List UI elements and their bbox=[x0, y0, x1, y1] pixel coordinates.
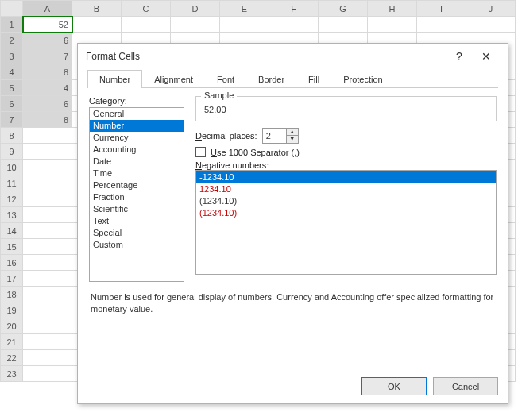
row-header[interactable]: 17 bbox=[1, 271, 23, 287]
cell[interactable] bbox=[23, 191, 72, 207]
tab-border[interactable]: Border bbox=[246, 70, 296, 88]
category-item[interactable]: Fraction bbox=[90, 191, 184, 203]
row-header[interactable]: 13 bbox=[1, 207, 23, 223]
category-item[interactable]: Time bbox=[90, 168, 184, 179]
cell[interactable] bbox=[417, 17, 466, 33]
cell[interactable] bbox=[23, 223, 72, 239]
row-header[interactable]: 8 bbox=[1, 128, 23, 144]
category-item[interactable]: Number bbox=[90, 120, 184, 132]
cell[interactable] bbox=[23, 144, 72, 160]
titlebar: Format Cells ? ✕ bbox=[78, 44, 508, 69]
row-header[interactable]: 5 bbox=[1, 80, 23, 96]
close-icon[interactable]: ✕ bbox=[473, 50, 500, 63]
cell[interactable] bbox=[319, 17, 368, 33]
cell[interactable] bbox=[72, 17, 122, 33]
spin-down-icon[interactable]: ▼ bbox=[287, 136, 298, 143]
cell[interactable]: 6 bbox=[23, 96, 72, 112]
row-header[interactable]: 1 bbox=[1, 17, 23, 33]
row-header[interactable]: 2 bbox=[1, 33, 23, 48]
column-header[interactable]: H bbox=[368, 1, 417, 17]
negative-option[interactable]: 1234.10 bbox=[196, 183, 496, 195]
column-header[interactable]: E bbox=[220, 1, 269, 17]
tab-alignment[interactable]: Alignment bbox=[142, 70, 205, 88]
category-item[interactable]: Currency bbox=[90, 132, 184, 144]
cell[interactable] bbox=[23, 128, 72, 144]
thousand-separator-label: Use 1000 Separator (,) bbox=[211, 148, 300, 157]
category-item[interactable]: Special bbox=[90, 227, 184, 239]
column-header[interactable]: I bbox=[417, 1, 466, 17]
row-header[interactable]: 23 bbox=[1, 366, 23, 382]
row-header[interactable]: 16 bbox=[1, 255, 23, 271]
cell[interactable] bbox=[23, 271, 72, 287]
row-header[interactable]: 18 bbox=[1, 287, 23, 302]
row-header[interactable]: 14 bbox=[1, 223, 23, 239]
cell[interactable] bbox=[122, 17, 171, 33]
tab-protection[interactable]: Protection bbox=[331, 70, 395, 88]
cell[interactable] bbox=[23, 287, 72, 302]
category-item[interactable]: Custom bbox=[90, 239, 184, 251]
cell[interactable]: 4 bbox=[23, 80, 72, 96]
cell[interactable] bbox=[23, 302, 72, 318]
column-header[interactable]: F bbox=[269, 1, 319, 17]
tab-font[interactable]: Font bbox=[205, 70, 246, 88]
cell[interactable] bbox=[23, 175, 72, 191]
row-header[interactable]: 7 bbox=[1, 112, 23, 128]
select-all-cell[interactable] bbox=[1, 1, 23, 17]
column-header[interactable]: J bbox=[466, 1, 516, 17]
row-header[interactable]: 3 bbox=[1, 48, 23, 64]
row-header[interactable]: 6 bbox=[1, 96, 23, 112]
cell[interactable] bbox=[23, 334, 72, 350]
cell[interactable]: 52 bbox=[23, 17, 72, 33]
row-header[interactable]: 22 bbox=[1, 350, 23, 366]
tab-number[interactable]: Number bbox=[87, 70, 142, 88]
thousand-separator-checkbox[interactable] bbox=[195, 147, 206, 157]
cell[interactable] bbox=[23, 366, 72, 382]
cell[interactable] bbox=[23, 160, 72, 175]
category-item[interactable]: Accounting bbox=[90, 144, 184, 156]
category-item[interactable]: General bbox=[90, 108, 184, 120]
row-header[interactable]: 10 bbox=[1, 160, 23, 175]
decimal-places-input[interactable]: 2 ▲ ▼ bbox=[262, 128, 299, 144]
column-header[interactable]: G bbox=[319, 1, 368, 17]
negative-option[interactable]: -1234.10 bbox=[196, 171, 496, 183]
cell[interactable] bbox=[269, 17, 319, 33]
cell[interactable] bbox=[23, 207, 72, 223]
category-item[interactable]: Text bbox=[90, 215, 184, 227]
cell[interactable] bbox=[171, 17, 220, 33]
column-header[interactable]: A bbox=[23, 1, 72, 17]
cell[interactable] bbox=[220, 17, 269, 33]
cell[interactable]: 8 bbox=[23, 64, 72, 80]
cancel-button[interactable]: Cancel bbox=[433, 377, 498, 395]
category-item[interactable]: Date bbox=[90, 156, 184, 168]
column-header[interactable]: D bbox=[171, 1, 220, 17]
cell[interactable] bbox=[23, 239, 72, 255]
negative-numbers-list[interactable]: -1234.101234.10(1234.10)(1234.10) bbox=[195, 170, 497, 275]
cell[interactable] bbox=[23, 255, 72, 271]
cell[interactable]: 8 bbox=[23, 112, 72, 128]
negative-option[interactable]: (1234.10) bbox=[196, 195, 496, 206]
row-header[interactable]: 21 bbox=[1, 334, 23, 350]
cell[interactable] bbox=[368, 17, 417, 33]
row-header[interactable]: 4 bbox=[1, 64, 23, 80]
cell[interactable] bbox=[23, 350, 72, 366]
row-header[interactable]: 11 bbox=[1, 175, 23, 191]
column-header[interactable]: B bbox=[72, 1, 122, 17]
help-icon[interactable]: ? bbox=[446, 50, 473, 63]
column-header[interactable]: C bbox=[122, 1, 171, 17]
spin-up-icon[interactable]: ▲ bbox=[287, 129, 298, 136]
category-item[interactable]: Percentage bbox=[90, 179, 184, 191]
row-header[interactable]: 12 bbox=[1, 191, 23, 207]
category-item[interactable]: Scientific bbox=[90, 203, 184, 215]
cell[interactable] bbox=[466, 17, 516, 33]
category-list[interactable]: GeneralNumberCurrencyAccountingDateTimeP… bbox=[89, 107, 184, 282]
row-header[interactable]: 20 bbox=[1, 318, 23, 334]
ok-button[interactable]: OK bbox=[361, 377, 427, 395]
negative-option[interactable]: (1234.10) bbox=[196, 206, 496, 218]
cell[interactable]: 6 bbox=[23, 33, 72, 48]
cell[interactable] bbox=[23, 318, 72, 334]
cell[interactable]: 7 bbox=[23, 48, 72, 64]
row-header[interactable]: 9 bbox=[1, 144, 23, 160]
row-header[interactable]: 15 bbox=[1, 239, 23, 255]
row-header[interactable]: 19 bbox=[1, 302, 23, 318]
tab-fill[interactable]: Fill bbox=[296, 70, 331, 88]
